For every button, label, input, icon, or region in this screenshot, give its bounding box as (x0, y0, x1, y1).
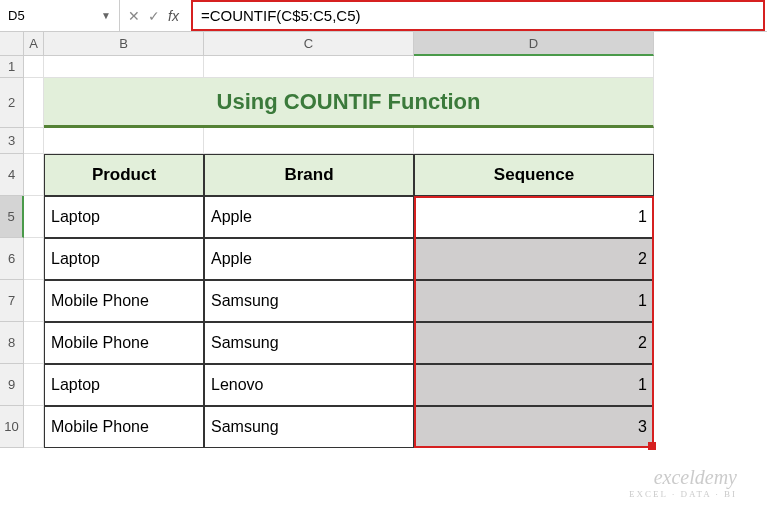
cell[interactable] (24, 196, 44, 238)
cell-brand[interactable]: Apple (204, 238, 414, 280)
table-row: Laptop Apple 2 (24, 238, 654, 280)
cell[interactable] (24, 280, 44, 322)
accept-icon[interactable]: ✓ (148, 8, 160, 24)
cell[interactable] (204, 56, 414, 78)
formula-text: =COUNTIF(C$5:C5,C5) (201, 7, 361, 24)
row-header[interactable]: 7 (0, 280, 24, 322)
page-title[interactable]: Using COUNTIF Function (44, 78, 654, 128)
cell[interactable] (24, 406, 44, 448)
col-header-a[interactable]: A (24, 32, 44, 56)
name-box-value: D5 (8, 8, 101, 23)
cell[interactable] (24, 128, 44, 154)
col-header-d[interactable]: D (414, 32, 654, 56)
cell[interactable] (414, 56, 654, 78)
col-header-b[interactable]: B (44, 32, 204, 56)
cell[interactable] (44, 128, 204, 154)
cell-product[interactable]: Mobile Phone (44, 280, 204, 322)
formula-controls: ✕ ✓ fx (120, 8, 191, 24)
cell[interactable] (24, 56, 44, 78)
cancel-icon[interactable]: ✕ (128, 8, 140, 24)
cell-product[interactable]: Laptop (44, 196, 204, 238)
row-header[interactable]: 10 (0, 406, 24, 448)
row-header[interactable]: 6 (0, 238, 24, 280)
table-row: Mobile Phone Samsung 1 (24, 280, 654, 322)
cell[interactable] (204, 128, 414, 154)
column-headers: A B C D (0, 32, 767, 56)
col-header-c[interactable]: C (204, 32, 414, 56)
watermark: exceldemy EXCEL · DATA · BI (629, 466, 737, 499)
table-header-brand[interactable]: Brand (204, 154, 414, 196)
row-header[interactable]: 9 (0, 364, 24, 406)
cell-sequence[interactable]: 2 (414, 238, 654, 280)
cell-brand[interactable]: Lenovo (204, 364, 414, 406)
formula-input[interactable]: =COUNTIF(C$5:C5,C5) (191, 0, 765, 31)
select-all-corner[interactable] (0, 32, 24, 56)
cell[interactable] (24, 322, 44, 364)
cell-product[interactable]: Mobile Phone (44, 322, 204, 364)
cell-brand[interactable]: Samsung (204, 322, 414, 364)
row-header[interactable]: 3 (0, 128, 24, 154)
cell-product[interactable]: Laptop (44, 364, 204, 406)
cell-sequence[interactable]: 1 (414, 196, 654, 238)
row-header[interactable]: 2 (0, 78, 24, 128)
cell[interactable] (24, 154, 44, 196)
table-row: Laptop Lenovo 1 (24, 364, 654, 406)
table-row: Mobile Phone Samsung 2 (24, 322, 654, 364)
cell-product[interactable]: Mobile Phone (44, 406, 204, 448)
cell-sequence[interactable]: 3 (414, 406, 654, 448)
table-row: Laptop Apple 1 (24, 196, 654, 238)
table-row: Mobile Phone Samsung 3 (24, 406, 654, 448)
chevron-down-icon[interactable]: ▼ (101, 10, 111, 21)
cell-brand[interactable]: Samsung (204, 406, 414, 448)
spreadsheet-grid[interactable]: Using COUNTIF Function Product Brand Seq… (24, 56, 654, 448)
cell-sequence[interactable]: 1 (414, 280, 654, 322)
cell-sequence[interactable]: 2 (414, 322, 654, 364)
row-header[interactable]: 5 (0, 196, 24, 238)
cell-product[interactable]: Laptop (44, 238, 204, 280)
cell-brand[interactable]: Samsung (204, 280, 414, 322)
watermark-main: exceldemy (629, 466, 737, 489)
name-box[interactable]: D5 ▼ (0, 0, 120, 31)
cell-brand[interactable]: Apple (204, 196, 414, 238)
fx-icon[interactable]: fx (168, 8, 179, 24)
cell[interactable] (24, 78, 44, 128)
cell[interactable] (44, 56, 204, 78)
row-headers: 1 2 3 4 5 6 7 8 9 10 (0, 56, 24, 448)
cell-sequence[interactable]: 1 (414, 364, 654, 406)
watermark-sub: EXCEL · DATA · BI (629, 489, 737, 499)
cell[interactable] (24, 364, 44, 406)
table-header-sequence[interactable]: Sequence (414, 154, 654, 196)
row-header[interactable]: 1 (0, 56, 24, 78)
cell[interactable] (24, 238, 44, 280)
row-header[interactable]: 4 (0, 154, 24, 196)
table-header-product[interactable]: Product (44, 154, 204, 196)
row-header[interactable]: 8 (0, 322, 24, 364)
cell[interactable] (414, 128, 654, 154)
formula-bar: D5 ▼ ✕ ✓ fx =COUNTIF(C$5:C5,C5) (0, 0, 767, 32)
